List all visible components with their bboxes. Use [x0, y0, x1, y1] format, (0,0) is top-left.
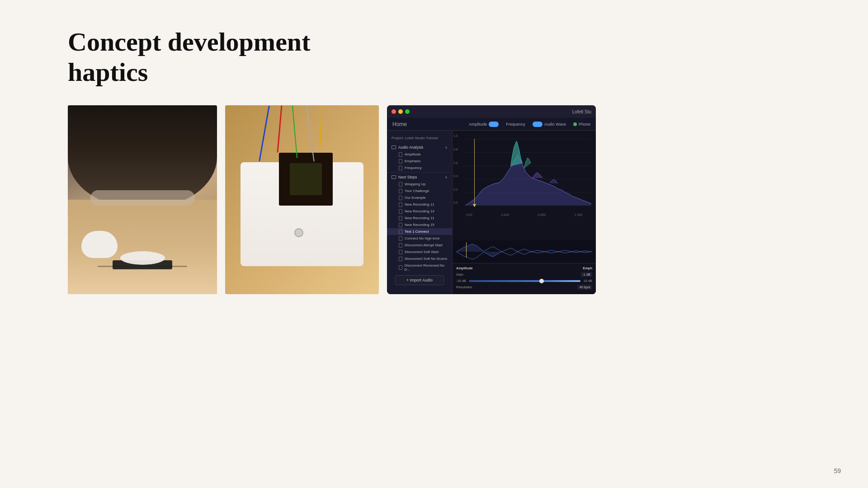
- gain-slider-thumb[interactable]: [539, 279, 544, 283]
- connect-no-high-label: Connect No high tone: [405, 236, 439, 240]
- y-label-2: 0.8: [453, 148, 458, 151]
- sidebar-item-disconnect-no-drums[interactable]: Disconnect Soft No Drums: [387, 255, 452, 262]
- disconnect-soft-label: Disconnect Soft Start: [405, 250, 439, 254]
- frequency-tab-label: Frequency: [506, 122, 525, 127]
- resolution-row: Resolution 40 bp/s: [456, 285, 592, 290]
- frequency-tab[interactable]: Frequency: [506, 122, 525, 127]
- amplitude-tab-label: Amplitude: [469, 122, 487, 127]
- waveform-area: [453, 240, 596, 263]
- photo2-panel: [225, 105, 379, 294]
- title-line1: Concept development: [68, 27, 310, 56]
- sidebar-item-new-rec-15[interactable]: New Recording 15: [387, 221, 452, 228]
- photo1-device: [81, 231, 118, 258]
- sidebar-item-wrapping-up[interactable]: Wrapping Up: [387, 181, 452, 188]
- file-icon8: [399, 209, 402, 214]
- file-icon14: [399, 250, 402, 254]
- phone-tab[interactable]: Phone: [573, 122, 590, 127]
- file-icon6: [399, 196, 402, 200]
- photo2-background: [225, 105, 379, 294]
- close-button[interactable]: [392, 109, 396, 114]
- maximize-button[interactable]: [405, 109, 410, 114]
- gain-min: -16 dB: [456, 279, 466, 283]
- file-icon16: [399, 265, 402, 270]
- audio-wave-tab[interactable]: Audio Wave: [533, 122, 566, 127]
- controls-header: Amplitude Emph: [456, 266, 592, 270]
- sidebar-item-test1-connect[interactable]: Test 1 Connect: [387, 228, 452, 235]
- sidebar-item-emphasis[interactable]: Emphasis: [387, 158, 452, 164]
- app-window-title: Lofelt Stu: [572, 109, 591, 114]
- frequency-chart: [465, 134, 591, 211]
- next-steps-section[interactable]: Next Steps ∧: [387, 174, 452, 181]
- file-icon12: [399, 236, 402, 241]
- controls-area: Amplitude Emph Gain -1 dB -16 dB: [453, 263, 596, 294]
- title-section: Concept development haptics: [68, 27, 832, 87]
- sidebar-item-connect-no-high[interactable]: Connect No high tone: [387, 235, 452, 242]
- file-icon3: [399, 166, 402, 170]
- import-audio-button[interactable]: + Import Audio: [395, 275, 444, 285]
- sidebar-item-new-rec-11a[interactable]: New Recording 11: [387, 201, 452, 208]
- traffic-lights: [392, 109, 410, 114]
- time-1349: 1:349: [574, 213, 582, 216]
- new-rec-14-label: New Recording 14: [405, 209, 434, 213]
- new-rec-11a-label: New Recording 11: [405, 202, 434, 206]
- sidebar-item-disconnect-abrupt[interactable]: Disconnect Abrupt Start: [387, 242, 452, 249]
- y-axis: 1.0 0.8 0.6 0.4 0.2 0.0: [453, 134, 458, 204]
- y-label-5: 0.2: [453, 188, 458, 191]
- gain-row: Gain -1 dB: [456, 272, 592, 277]
- audio-wave-toggle[interactable]: [533, 122, 542, 127]
- audio-analysis-chevron: ∧: [445, 145, 448, 150]
- sidebar-item-amplitude[interactable]: Amplitude: [387, 151, 452, 158]
- sidebar-item-your-challenge[interactable]: Your Challenge: [387, 188, 452, 194]
- home-button[interactable]: Home: [392, 121, 407, 127]
- app-toolbar: Home Amplitude Frequency Audio Wave: [387, 118, 596, 131]
- minimize-button[interactable]: [398, 109, 403, 114]
- file-icon11: [399, 230, 402, 234]
- file-icon9: [399, 216, 402, 221]
- amplitude-section-label: Amplitude: [456, 266, 473, 270]
- gain-slider[interactable]: [469, 280, 580, 282]
- waveform-playhead: [466, 242, 467, 258]
- y-label-4: 0.4: [453, 174, 458, 178]
- frequency-label: Frequency: [405, 166, 422, 170]
- sensor: [294, 228, 303, 237]
- amplitude-label: Amplitude: [405, 152, 421, 156]
- project-label: Project: Lofelt Studio Tutorial: [387, 134, 452, 142]
- new-rec-15-label: New Recording 15: [405, 223, 434, 227]
- images-row: Lofelt Stu Home Amplitude Frequency Audi…: [68, 105, 832, 294]
- app-main: 1.0 0.8 0.6 0.4 0.2 0.0: [453, 131, 596, 294]
- file-icon4: [399, 182, 402, 187]
- file-icon: [399, 152, 402, 157]
- our-example-label: Our Example: [405, 196, 426, 200]
- audio-analysis-section[interactable]: Audio Analysis ∧: [387, 144, 452, 151]
- sidebar-item-frequency[interactable]: Frequency: [387, 164, 452, 171]
- new-rec-11b-label: New Recording 11: [405, 216, 434, 220]
- amplitude-toggle[interactable]: [489, 122, 499, 127]
- audio-analysis-label: Audio Analysis: [392, 145, 423, 150]
- circuit-board: [279, 153, 333, 206]
- page-title: Concept development haptics: [68, 27, 832, 87]
- file-icon15: [399, 257, 402, 261]
- audio-analysis-text: Audio Analysis: [398, 145, 423, 150]
- sidebar-item-our-example[interactable]: Our Example: [387, 194, 452, 201]
- audio-wave-tab-label: Audio Wave: [544, 122, 566, 127]
- resolution-value: 40 bp/s: [577, 285, 592, 290]
- test1-connect-label: Test 1 Connect: [405, 230, 429, 234]
- sidebar-item-new-rec-14[interactable]: New Recording 14: [387, 208, 452, 215]
- photo1-neck: [90, 190, 195, 205]
- sidebar-item-new-rec-11b[interactable]: New Recording 11: [387, 215, 452, 221]
- sidebar-item-disconnect-reversed[interactable]: Disconnect Reversed No D...: [387, 262, 452, 272]
- page-container: Concept development haptics: [0, 0, 868, 488]
- photo1-panel: [68, 105, 217, 294]
- wrapping-up-label: Wrapping Up: [405, 182, 426, 186]
- sidebar-item-disconnect-soft[interactable]: Disconnect Soft Start: [387, 249, 452, 255]
- amplitude-tab[interactable]: Amplitude: [469, 122, 499, 127]
- disconnect-reversed-label: Disconnect Reversed No D...: [405, 263, 448, 272]
- title-line2: haptics: [68, 57, 148, 87]
- file-icon13: [399, 243, 402, 248]
- time-markers: 0:00 0:449 0:899 1:349: [456, 213, 592, 216]
- file-icon7: [399, 202, 402, 207]
- gain-slider-row: -16 dB 16 dB: [456, 279, 592, 283]
- chart-area: 1.0 0.8 0.6 0.4 0.2 0.0: [453, 131, 596, 240]
- photo1-background: [68, 105, 217, 294]
- sidebar-divider1: [387, 172, 452, 173]
